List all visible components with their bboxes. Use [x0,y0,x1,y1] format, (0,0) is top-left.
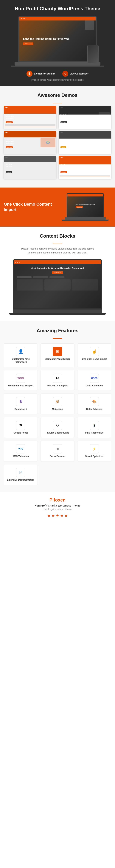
bootstrap-icon: B [16,397,25,406]
demo-cta: Get Involved [6,121,13,123]
feature-customizer: ⊙ Live Customizer [62,71,89,77]
star-4: ★ [60,514,64,518]
oneclick-laptop: Land the Helping Hand Get Involved. Get … [67,193,104,217]
demo-card-4[interactable]: Land We,Helping HandsGet Involved. Volun… [59,131,111,154]
screen-content: Contributing for the Great and Deserving… [14,264,101,293]
screen-decoration [98,112,110,120]
documentation-icon: 📄 [16,468,25,477]
dot [6,107,7,107]
demos-section: Awesome Demos Land theHelping HandGet In… [0,86,115,188]
demo-card-2[interactable]: Newly GoodAdvisory. Learn More [59,106,111,129]
demo-mini-text: Land We,Helping HandsGet Involved. [61,139,70,144]
screen-top-bar [14,260,101,264]
feature-label: W3C Validation [13,455,29,458]
feature-elementor: E Elementor Builder [26,71,55,77]
footer-section: Pifoxen Non Profit Charity Wordpress The… [0,492,115,524]
dot [7,107,8,107]
color-schemes-icon: 🎨 [90,397,99,406]
demo-card-5[interactable]: The PlaceDifference. Learn More [4,156,56,179]
demo-mini-text: Newly GoodAdvisory. [61,114,68,117]
screen-inner: Contributing for the Great and Deserving… [14,260,101,308]
star-rating: ★ ★ ★ ★ ★ [4,514,111,518]
hero-section: Non Profit Charity WordPress Theme Land … [0,0,115,86]
feature-parallax: ⬡ Parallax Backgrounds [41,417,74,438]
feature-label: Fully Responsive [85,432,104,434]
demo-card-3[interactable]: Land theHelping HandGet Involved. Donate… [4,131,56,154]
feature-label: Speed Optimized [85,455,103,458]
dot [7,132,8,133]
feature-documentation: 📄 Extensive Documentation [4,464,38,485]
footer-tagline: Non Profit Charity Wordpress Theme [4,504,111,507]
screen-title: Contributing for the Great and Deserving… [17,267,98,270]
feature-label: CSS3 Animation [86,384,103,388]
css3-icon: CSS3 [90,374,99,383]
demo-screen-3: Land theHelping HandGet Involved. Donate… [4,133,56,154]
oneclick-demo-icon: ☝ [90,347,99,356]
content-laptop-wrapper: Contributing for the Great and Deserving… [4,259,111,315]
features-title: Amazing Features [4,328,111,334]
content-blocks-section: Content Blocks Pifoxen has the ability t… [0,227,115,321]
dot [5,157,6,158]
content-blocks-desc: Pifoxen has the ability to combine vario… [20,247,95,255]
features-section: Amazing Features 👤 Customizer Kirki Fram… [0,321,115,491]
dot [17,262,18,263]
customizer-icon: ⊙ [62,71,68,77]
laptop-foot [11,66,104,67]
google-fonts-icon: Tt [16,421,25,430]
feature-mailchimp: 🐒 Mailchimp [41,394,74,414]
dot [60,157,61,158]
woocommerce-icon: WOO [16,374,25,383]
phone-device [87,45,98,63]
screen-image-decoration [85,21,94,30]
elementor-label: Elementor Builder [34,72,55,75]
dot [5,107,6,107]
hero-features: E Elementor Builder ⊙ Live Customizer [4,71,111,77]
oneclick-title: One Click Demo Content Import [4,202,55,212]
demo-cta: Contact Us [61,171,67,173]
hero-title: Non Profit Charity WordPress Theme [4,6,111,12]
feature-responsive: 📱 Fully Responsive [77,417,111,438]
speed-icon: ⚡ [90,444,99,454]
mailchimp-icon: 🐒 [53,397,62,406]
screen-dot [23,18,24,19]
dot [6,157,7,158]
customizer-kirki-icon: 👤 [16,347,25,356]
star-3: ★ [56,514,59,518]
demo-mini-text: The PlaceDifference. [6,164,12,167]
demo-screen-4: Land We,Helping HandsGet Involved. Volun… [59,133,111,154]
elementor-page-builder-icon: E [53,347,62,356]
demo-card-1[interactable]: Land theHelping HandGet Involved. Get In… [4,106,56,129]
title-divider [53,103,62,103]
star-2: ★ [51,514,55,518]
demo-cta: Learn More [61,121,67,123]
big-laptop-screen: Contributing for the Great and Deserving… [13,259,102,310]
phone-screen [88,45,98,63]
screen-header [19,17,96,21]
cross-browser-icon: ⊕ [53,444,62,454]
hero-laptop-screen: Land the Helping Hand. Get Involved. Get… [18,16,97,62]
demo-card-6[interactable]: Our WayDifference. Contact Us [59,156,111,179]
feature-label: RTL + LTR Support [47,384,68,388]
feature-woocommerce: WOO Woocommerce Support [4,370,38,391]
dot [7,157,8,158]
screen-dot [21,18,22,19]
feature-elementor: E Elementor Page Builder [41,343,74,367]
features-grid: 👤 Customizer Kirki Framework E Elementor… [4,343,111,485]
dot [61,157,62,158]
screen-cta: Get Involved [23,42,33,45]
demo-mini-text: Land theHelping HandGet Involved. [6,139,14,144]
dot [60,132,61,133]
dot [19,262,20,263]
feature-label: Customizer Kirki Framework [6,358,36,364]
demo-mini-text: Land theHelping HandGet Involved. [6,114,14,119]
feature-label: Bootstrap 5 [15,408,27,411]
title-divider [53,338,62,339]
screen-btn: Get Involved [52,271,63,274]
laptop-content: Land the Helping Hand Get Involved. Get … [74,200,97,210]
content-blocks-title: Content Blocks [4,233,111,239]
dot [62,157,63,158]
rtl-ltr-icon: Aa [53,374,62,383]
responsive-icon: 📱 [90,421,99,430]
dot [60,107,61,107]
feature-label: One Click Demo Import [82,358,107,361]
